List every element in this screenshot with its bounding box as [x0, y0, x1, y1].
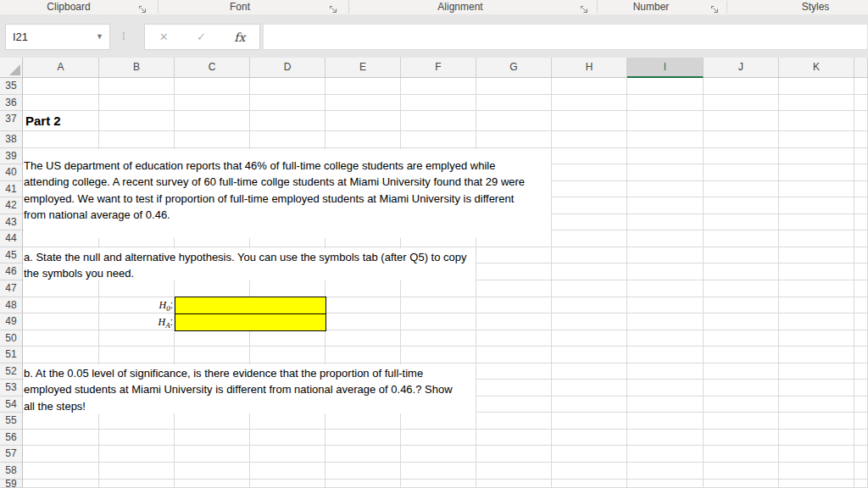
cell[interactable] [704, 430, 779, 446]
column-header-a[interactable]: A [23, 58, 99, 78]
cell[interactable] [627, 131, 704, 148]
row-header-41[interactable]: 41 [0, 181, 23, 198]
cell[interactable] [401, 95, 476, 112]
column-header-d[interactable]: D [250, 58, 326, 78]
row-header-43[interactable]: 43 [0, 214, 23, 231]
cell[interactable] [99, 446, 175, 463]
row-header-58[interactable]: 58 [0, 463, 23, 480]
name-box[interactable]: I21 ▼ [5, 24, 110, 50]
cell[interactable] [552, 430, 627, 446]
cell-part2-title[interactable]: Part 2 [25, 111, 61, 131]
cell[interactable] [175, 463, 250, 480]
cell[interactable] [99, 463, 175, 480]
cell[interactable] [854, 247, 868, 264]
column-header-b[interactable]: B [99, 58, 175, 78]
cell[interactable] [779, 197, 854, 214]
font-dialog-launcher-icon[interactable] [329, 3, 338, 12]
cell[interactable] [779, 280, 854, 297]
cell[interactable] [476, 463, 552, 480]
cell[interactable] [704, 347, 779, 363]
cell[interactable] [704, 230, 779, 247]
cell[interactable] [552, 463, 627, 480]
row-header-59[interactable]: 59 [0, 480, 23, 488]
cell[interactable] [704, 413, 779, 430]
cell[interactable] [175, 480, 250, 488]
cell[interactable] [23, 413, 99, 430]
name-box-dropdown-icon[interactable]: ▼ [96, 25, 103, 49]
cell[interactable] [99, 330, 175, 347]
ha-answer-cell[interactable] [175, 314, 326, 331]
cell[interactable] [476, 430, 552, 446]
cell[interactable] [704, 148, 779, 165]
cell[interactable] [552, 280, 627, 297]
row-header-46[interactable]: 46 [0, 263, 23, 280]
cell[interactable] [175, 413, 250, 430]
row-header-48[interactable]: 48 [0, 297, 23, 314]
cell[interactable] [854, 263, 868, 280]
cell[interactable] [250, 330, 326, 347]
row-header-36[interactable]: 36 [0, 95, 23, 112]
cell[interactable] [704, 164, 779, 181]
cell[interactable] [552, 95, 627, 112]
cell[interactable] [552, 363, 627, 380]
cell[interactable] [99, 413, 175, 430]
cell[interactable] [99, 131, 175, 148]
cell[interactable] [704, 363, 779, 380]
cell[interactable] [704, 263, 779, 280]
cell[interactable] [552, 78, 627, 95]
cancel-icon[interactable]: ✕ [159, 30, 169, 43]
cell[interactable] [326, 95, 401, 112]
cell[interactable] [476, 111, 552, 131]
cell[interactable] [627, 463, 704, 480]
cell[interactable] [552, 214, 627, 231]
cell[interactable] [175, 330, 250, 347]
select-all-corner[interactable] [0, 58, 23, 78]
cell[interactable] [854, 297, 868, 314]
cell[interactable] [854, 463, 868, 480]
insert-function-icon[interactable]: fx [234, 30, 245, 44]
cell[interactable] [779, 446, 854, 463]
cell[interactable] [627, 480, 704, 488]
formula-input[interactable] [263, 24, 868, 50]
cell[interactable] [250, 480, 326, 488]
cell[interactable] [704, 214, 779, 231]
row-header-40[interactable]: 40 [0, 164, 23, 181]
row-header-51[interactable]: 51 [0, 347, 23, 363]
cell[interactable] [854, 111, 868, 131]
cell[interactable] [704, 78, 779, 95]
cell[interactable] [704, 197, 779, 214]
cell[interactable] [704, 95, 779, 112]
cell[interactable] [627, 230, 704, 247]
cell[interactable] [854, 181, 868, 198]
cell[interactable] [476, 396, 552, 413]
cell[interactable] [779, 131, 854, 148]
cell[interactable] [326, 446, 401, 463]
cell[interactable] [326, 347, 401, 363]
cell[interactable] [175, 95, 250, 112]
column-header-k[interactable]: K [779, 58, 854, 78]
cell[interactable] [401, 413, 476, 430]
cell[interactable] [476, 131, 552, 148]
cell[interactable] [476, 363, 552, 380]
cell[interactable] [854, 280, 868, 297]
cell[interactable] [779, 230, 854, 247]
cell[interactable] [401, 480, 476, 488]
cell[interactable] [704, 280, 779, 297]
cell[interactable] [854, 446, 868, 463]
cell[interactable] [476, 313, 552, 330]
cell[interactable] [175, 446, 250, 463]
cell[interactable] [175, 347, 250, 363]
cell[interactable] [401, 330, 476, 347]
cell[interactable] [854, 164, 868, 181]
cell[interactable] [854, 480, 868, 488]
cell[interactable] [704, 131, 779, 148]
cell-h0-label[interactable]: H0: [99, 297, 173, 313]
cell[interactable] [779, 78, 854, 95]
row-header-45[interactable]: 45 [0, 247, 23, 264]
cell[interactable] [627, 396, 704, 413]
cell[interactable] [854, 430, 868, 446]
cell[interactable] [627, 95, 704, 112]
cell[interactable] [627, 164, 704, 181]
cell[interactable] [552, 396, 627, 413]
cell[interactable] [552, 181, 627, 198]
